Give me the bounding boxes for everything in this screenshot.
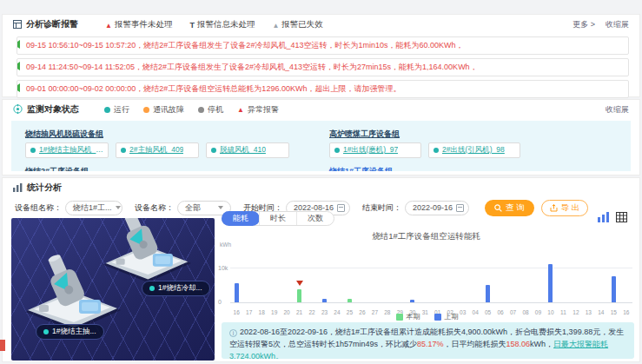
device-item[interactable]: 1#烧结主抽风机_17 xyxy=(25,142,109,158)
device-group-title[interactable]: 高炉喷煤工序设备组 xyxy=(329,129,400,140)
y-tick-label: 0 xyxy=(218,299,222,305)
chart-legend-item[interactable]: 本期 xyxy=(396,312,420,321)
bar-chart-icon[interactable] xyxy=(598,212,609,222)
status-legend: 运行通讯故障停机▲异常报警 xyxy=(104,104,279,116)
more-link[interactable]: 更多 > xyxy=(573,19,595,30)
scene-device-label[interactable]: 1#烧结冷却... xyxy=(142,281,210,296)
t-mark-icon xyxy=(189,20,195,30)
device-link: 1#烧结主抽风机_17 xyxy=(39,145,103,156)
summary-text: kWh， xyxy=(530,340,553,348)
chart-slot xyxy=(331,251,343,302)
legend-label: 运行 xyxy=(114,104,129,116)
export-button[interactable]: 导 出 xyxy=(541,200,589,216)
alarm-tab[interactable]: 报警信息未处理 xyxy=(189,19,255,30)
legend-item: ▲异常报警 xyxy=(237,104,279,116)
chevron-down-icon xyxy=(116,206,121,209)
summary-text: 85.17% xyxy=(417,340,444,348)
device-link: 1#出线(磨机)_97 xyxy=(343,145,398,156)
legend-label: 异常报警 xyxy=(248,104,279,116)
device-item[interactable]: 2#主抽风机_409 xyxy=(116,142,199,158)
summary-text: ，日平均能耗损失 xyxy=(444,340,506,348)
export-button-label: 导 出 xyxy=(561,202,580,214)
3d-scene-view[interactable]: 1#烧结主抽...1#烧结冷却... xyxy=(11,218,215,361)
chart-slot xyxy=(582,251,594,302)
group-select[interactable]: 烧结1#工... xyxy=(65,201,122,215)
device-groups-panel: 烧结抽风机脱硫设备组1#烧结主抽风机_172#主抽风机_409脱硫风机_410烧… xyxy=(11,121,631,171)
device-group-title[interactable]: 烧结2#工序设备组 xyxy=(25,166,89,171)
search-icon xyxy=(494,204,502,212)
alert-text: 09-14 11:24:50~09-14 11:52:05，烧结2#工序设备组发… xyxy=(26,63,478,71)
legend-item: 停机 xyxy=(198,104,223,116)
chart-slot xyxy=(570,251,582,302)
chart-slot xyxy=(230,251,242,302)
bar-chart: kWh 010k 1617181920212223242526272829303… xyxy=(218,244,632,314)
chart-slot xyxy=(268,251,280,302)
metric-tab[interactable]: 次数 xyxy=(296,212,334,225)
status-panel: 监测对象状态 运行通讯故障停机▲异常报警 收缩展 烧结抽风机脱硫设备组1#烧结主… xyxy=(2,99,640,175)
running-dot-icon xyxy=(211,148,216,153)
device-group-title[interactable]: 烧结1#工序设备组 xyxy=(329,166,393,171)
chart-bar[interactable] xyxy=(347,299,352,302)
chart-slot xyxy=(607,251,619,302)
alert-row[interactable]: 09-01 00:00:00~09-02 00:00:00，烧结2#工序设备组空… xyxy=(17,80,629,98)
chart-bar[interactable] xyxy=(322,299,327,302)
metric-tabs: 能耗时长次数 xyxy=(222,211,334,226)
chart-legend-item[interactable]: 上期 xyxy=(434,312,459,321)
scene-device-name: 1#烧结主抽... xyxy=(52,327,96,337)
legend-item: 通讯故障 xyxy=(143,104,184,116)
alarm-tab[interactable]: 报警事件未处理 xyxy=(105,19,172,30)
device-group-title[interactable]: 烧结抽风机脱硫设备组 xyxy=(25,129,103,140)
chart-bar[interactable] xyxy=(612,276,616,302)
info-icon: i xyxy=(229,329,237,337)
chart-bar[interactable] xyxy=(235,283,239,302)
status-dot-icon xyxy=(198,107,204,113)
chart-slot xyxy=(456,251,468,302)
device-item[interactable]: 2#出线(引风机)_98 xyxy=(428,142,520,158)
statistics-panel: 统计分析 设备组名称： 烧结1#工... 设备名称： 全部 开始时间： 2022… xyxy=(2,177,640,362)
status-dot-icon xyxy=(143,107,149,113)
legend-item: 运行 xyxy=(104,104,129,116)
statistics-title: 统计分析 xyxy=(27,182,62,194)
alarm-tab-label: 报警事件未处理 xyxy=(115,19,173,30)
running-dot-icon xyxy=(30,148,36,153)
table-icon[interactable] xyxy=(616,212,627,222)
chart-slot xyxy=(356,251,368,302)
report-icon xyxy=(13,17,22,32)
legend-swatch xyxy=(434,314,441,321)
alert-arrow-icon xyxy=(17,62,20,70)
chart-slot xyxy=(444,251,456,302)
chart-slot xyxy=(506,251,519,302)
collapse-link[interactable]: 收缩展 xyxy=(606,104,629,116)
device-link: 2#主抽风机_409 xyxy=(129,145,183,156)
chart-slot xyxy=(368,251,381,302)
metric-tab[interactable]: 能耗 xyxy=(222,211,260,226)
chart-slot xyxy=(557,251,569,302)
device-select-label: 设备名称： xyxy=(135,202,174,214)
alert-text: 09-01 00:00:00~09-02 00:00:00，烧结2#工序设备组空… xyxy=(26,84,400,93)
status-dot-icon xyxy=(149,286,155,291)
metric-tab[interactable]: 时长 xyxy=(259,212,296,225)
device-item[interactable]: 1#出线(磨机)_97 xyxy=(329,142,421,158)
chart-slot xyxy=(255,251,268,302)
chart-slot xyxy=(419,251,431,302)
device-item[interactable]: 脱硫风机_410 xyxy=(206,142,289,158)
device-link: 脱硫风机_410 xyxy=(220,145,266,156)
query-button[interactable]: 查 询 xyxy=(485,200,534,216)
device-groups-column-right: 高炉喷煤工序设备组1#出线(磨机)_972#出线(引风机)_98烧结1#工序设备… xyxy=(329,123,617,169)
alert-row[interactable]: 09-15 10:56:10~09-15 10:57:20，烧结2#工序设备组发… xyxy=(17,36,629,55)
chart-slot xyxy=(545,251,557,302)
chart-bar[interactable] xyxy=(410,300,414,302)
group-select-value: 烧结1#工... xyxy=(73,202,112,214)
collapse-link[interactable]: 收缩展 xyxy=(606,19,629,30)
chart-bar[interactable] xyxy=(486,285,490,302)
alert-row[interactable]: 09-14 11:24:50~09-14 11:52:05，烧结2#工序设备组发… xyxy=(17,58,629,76)
chart-legend: 本期上期 xyxy=(222,312,632,321)
alarm-tab[interactable]: 报警已失效 xyxy=(272,19,322,30)
chart-bar[interactable] xyxy=(548,264,553,302)
end-date-input[interactable]: 2022-09-16 xyxy=(405,201,469,215)
chart-slot xyxy=(318,251,330,302)
chart-bar[interactable] xyxy=(297,289,301,302)
chart-slot xyxy=(306,251,318,302)
chart-title: 烧结1#工序设备组空运转能耗 xyxy=(222,231,631,242)
scene-device-label[interactable]: 1#烧结主抽... xyxy=(36,324,104,340)
